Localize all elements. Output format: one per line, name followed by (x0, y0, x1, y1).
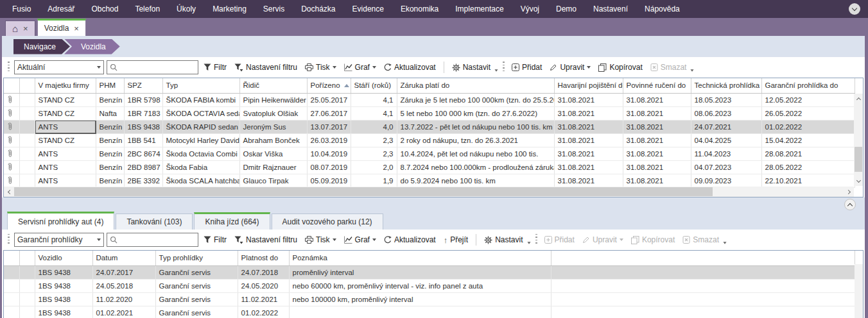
configure-button[interactable]: Nastavit (449, 60, 493, 75)
cell[interactable]: 24.07.2017 (92, 265, 155, 279)
more-options-button[interactable] (690, 69, 694, 72)
breadcrumb-vozidla[interactable]: Vozidla (64, 39, 120, 54)
tab-vozidla[interactable]: Vozidla × (37, 19, 86, 36)
cell[interactable]: 04.04.2025 (691, 133, 761, 147)
toolbar-drag-handle[interactable] (8, 62, 10, 73)
vertical-scrollbar[interactable] (855, 264, 863, 318)
close-icon[interactable]: × (23, 24, 28, 33)
cell[interactable]: 12.05.2022 (761, 93, 855, 106)
attachment-cell[interactable] (4, 120, 19, 133)
cell[interactable]: 1BR 7183 (124, 106, 162, 120)
cell[interactable]: 31.08.2021 (623, 174, 691, 187)
cell[interactable]: 31.08.2021 (623, 160, 691, 174)
table-row[interactable]: 1BS 9438 11.02.2020 Garanční servis 11.0… (4, 292, 855, 306)
cell[interactable]: 05.09.2019 (307, 174, 351, 187)
cell[interactable]: Škoda SCALA hatchback (162, 174, 239, 187)
attachment-cell[interactable] (4, 133, 19, 147)
cell[interactable]: 10.4.2024, pět let od nákupu nebo 100 ti… (397, 147, 554, 160)
column-header[interactable]: Datum (92, 251, 155, 265)
cell[interactable]: STAND CZ (35, 106, 96, 120)
scroll-thumb[interactable] (855, 147, 862, 172)
menu-item[interactable]: Nastavení (585, 0, 636, 18)
cell[interactable]: 31.08.2021 (623, 106, 691, 120)
menu-item[interactable]: Implementace (447, 0, 512, 18)
cell[interactable]: 24.07.2021 (691, 120, 761, 133)
attachment-column-header[interactable] (4, 78, 19, 93)
tab-servisni-prohlidky[interactable]: Servisní prohlídky aut (4) (7, 212, 114, 230)
cell[interactable]: 24.05.2020 (238, 279, 289, 292)
column-header[interactable]: Řidič (239, 78, 307, 93)
cell[interactable]: 2,0 (351, 160, 397, 174)
cell[interactable]: Abraham Bonček (239, 133, 307, 147)
add-button[interactable]: Přidat (509, 60, 544, 75)
cell[interactable]: 5 let nebo 100 000 km (tzn. do 27.6.2022… (397, 106, 554, 120)
cell[interactable]: 26.05.2022 (761, 106, 855, 120)
cell[interactable] (19, 265, 35, 279)
cell[interactable] (4, 292, 19, 306)
cell[interactable]: 31.08.2021 (554, 147, 623, 160)
attachment-cell[interactable] (4, 174, 19, 187)
cell[interactable]: Benzín (96, 120, 124, 133)
table-row[interactable]: ANTS Benzín 2BE 3392 Škoda SCALA hatchba… (4, 174, 855, 187)
search-input[interactable] (120, 63, 195, 72)
cell[interactable]: 2,3 (351, 133, 397, 147)
cell[interactable]: 31.08.2021 (554, 133, 623, 147)
cell[interactable]: 11.02.2020 (92, 292, 155, 306)
cell[interactable]: Nafta (96, 106, 124, 120)
cell[interactable]: 24.05.2018 (92, 279, 155, 292)
cell[interactable]: 24.07.2018 (238, 265, 289, 279)
cell[interactable]: 13.07.2017 (307, 120, 351, 133)
cell[interactable]: 1BR 5798 (124, 93, 162, 106)
cell[interactable]: 31.08.2021 (623, 93, 691, 106)
filter-settings-button[interactable]: Nastavení filtru (232, 232, 300, 247)
column-header[interactable]: Povinné ručení do (623, 78, 691, 93)
cell[interactable]: 1BS 9438 (124, 120, 162, 133)
column-header[interactable]: PHM (96, 78, 124, 93)
cell[interactable]: Benzín (96, 133, 124, 147)
cell[interactable]: 8.7.2024 nebo 100.000km - prodloužená zá… (397, 160, 554, 174)
search-input[interactable] (120, 235, 195, 244)
column-header[interactable]: Záruka platí do (397, 78, 554, 93)
table-row[interactable]: ANTS Benzín 1BS 9438 ŠKODA RAPID sedan J… (4, 120, 855, 133)
cell[interactable] (289, 306, 551, 318)
cell[interactable]: Benzín (96, 174, 124, 187)
attachment-cell[interactable] (4, 147, 19, 160)
cell[interactable] (19, 93, 35, 106)
more-options-button[interactable] (494, 69, 498, 72)
tab-audit-vozoveho-parku[interactable]: Audit vozového parku (12) (272, 213, 383, 230)
cell[interactable] (19, 306, 35, 318)
cell[interactable]: 18.05.2023 (691, 93, 761, 106)
cell[interactable]: 31.08.2021 (554, 106, 623, 120)
cell[interactable]: 1BS 9438 (35, 265, 92, 279)
cell[interactable] (19, 174, 35, 187)
collapse-panel-button[interactable] (844, 199, 856, 210)
view-select[interactable]: Garanční prohlídky (14, 233, 104, 247)
table-row[interactable]: STAND CZ Nafta 1BR 7183 ŠKODA OCTAVIA se… (4, 106, 855, 120)
column-header[interactable]: Havarijní pojištění do (554, 78, 623, 93)
cell[interactable]: 4,1 (351, 93, 397, 106)
cell[interactable]: 1BS 9438 (35, 279, 92, 292)
cell[interactable]: ANTS (35, 147, 96, 160)
cell[interactable]: 15.04.2022 (761, 133, 855, 147)
cell[interactable] (19, 147, 35, 160)
cell[interactable]: 22.10.2021 (761, 174, 855, 187)
breadcrumb-navigace[interactable]: Navigace (13, 39, 70, 54)
cell[interactable]: ANTS (35, 174, 96, 187)
copy-button[interactable]: Kopírovat (596, 60, 645, 75)
cell[interactable]: Pipin Heikenwälder (239, 93, 307, 106)
cell[interactable] (19, 106, 35, 120)
cell[interactable] (19, 292, 35, 306)
scroll-up-button[interactable] (854, 94, 863, 103)
filter-button[interactable]: Filtr (201, 232, 229, 247)
table-row[interactable]: STAND CZ Benzín 1BB 541 Motocykl Harley … (4, 133, 855, 147)
cell[interactable]: Škoda Fabia (162, 160, 239, 174)
indicator-column-header[interactable] (19, 251, 35, 265)
cell[interactable]: 01.02.2021 (92, 306, 155, 318)
column-header[interactable]: Stáří (roků) (351, 78, 397, 93)
menu-item[interactable]: Marketing (204, 0, 255, 18)
configure-button[interactable]: Nastavit (482, 232, 525, 247)
column-header[interactable]: Platnost do (238, 251, 289, 265)
cell[interactable]: nebo 60000 km, proměnlivý interval - viz… (289, 279, 551, 292)
cell[interactable]: 31.08.2021 (623, 147, 691, 160)
cell[interactable]: 31.08.2021 (554, 120, 623, 133)
